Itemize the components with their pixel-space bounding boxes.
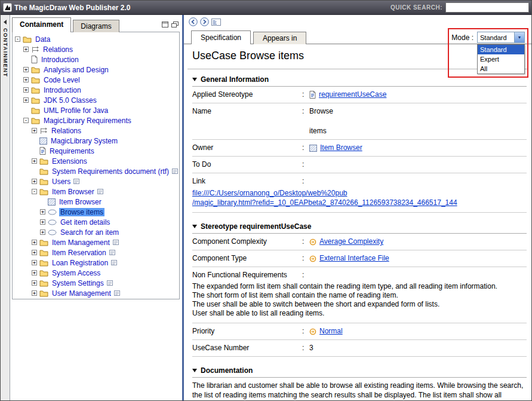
tree-item-label[interactable]: Get item details: [59, 218, 111, 226]
expand-icon[interactable]: +: [32, 128, 37, 133]
tree-item[interactable]: UML Profile for Java: [13, 105, 179, 115]
expand-icon[interactable]: +: [32, 280, 37, 286]
tree-item[interactable]: Item Browser: [13, 197, 179, 207]
tree-item-label[interactable]: Analysis and Design: [42, 66, 110, 74]
expand-icon[interactable]: +: [23, 67, 29, 72]
tree-item[interactable]: +Code Level: [13, 75, 179, 85]
tree-item-label[interactable]: Introduction: [40, 56, 80, 64]
tree-item-label[interactable]: Search for an item: [59, 228, 120, 237]
section-header[interactable]: Stereotype requirementUseCase: [192, 221, 527, 234]
collapse-icon[interactable]: -: [15, 36, 20, 42]
tab-containment[interactable]: Containment: [12, 17, 71, 32]
tree-item-label[interactable]: Item Browser: [51, 188, 96, 196]
expand-icon[interactable]: +: [23, 97, 29, 103]
property-link[interactable]: External Interface File: [319, 254, 389, 262]
tree-item[interactable]: System Requirements document (rtf): [13, 166, 179, 176]
back-icon[interactable]: [189, 17, 198, 26]
tree-item-label[interactable]: Extensions: [51, 157, 88, 166]
forward-icon[interactable]: [200, 17, 209, 26]
property-link[interactable]: requirementUseCase: [319, 90, 386, 99]
locate-in-tree-icon[interactable]: [211, 18, 221, 26]
tree-item[interactable]: +Relations: [13, 44, 179, 54]
expand-icon[interactable]: +: [32, 240, 37, 245]
mode-option[interactable]: Standard: [478, 45, 524, 54]
tree-item-label[interactable]: Introduction: [42, 86, 82, 94]
tree-item[interactable]: -Data: [13, 34, 179, 44]
tree-item-label[interactable]: System Settings: [51, 279, 105, 287]
containment-side-tab[interactable]: CONTAINMENT: [1, 15, 10, 400]
tree-item[interactable]: +System Settings: [13, 278, 179, 288]
expand-icon[interactable]: +: [32, 250, 37, 255]
expand-icon[interactable]: +: [40, 229, 45, 235]
tree-item-label[interactable]: Data: [34, 35, 51, 44]
tree-item-label[interactable]: Item Browser: [58, 198, 103, 206]
tree-item[interactable]: Requirements: [13, 146, 179, 156]
tree-item[interactable]: +User Management: [13, 288, 179, 298]
minimize-panel-icon[interactable]: [162, 22, 168, 27]
relations-icon: [31, 45, 39, 53]
tree-item-label[interactable]: MagicLibrary Requirements: [42, 117, 133, 125]
tree-item-label[interactable]: UML Profile for Java: [42, 106, 109, 115]
tree-item[interactable]: MagicLibrary System: [13, 136, 179, 146]
collapse-panel-icon[interactable]: [4, 20, 7, 25]
expand-icon[interactable]: +: [32, 290, 37, 296]
tree-item[interactable]: -MagicLibrary Requirements: [13, 115, 179, 125]
mode-option[interactable]: All: [478, 64, 524, 74]
tree-item-label[interactable]: Relations: [50, 127, 82, 135]
tree-item[interactable]: +Analysis and Design: [13, 65, 179, 75]
expand-icon[interactable]: +: [23, 47, 29, 52]
tree-item[interactable]: +Relations: [13, 125, 179, 136]
tree-item-label[interactable]: Item Management: [51, 238, 111, 247]
tree-item[interactable]: +Extensions: [13, 156, 179, 166]
mode-option[interactable]: Expert: [478, 54, 524, 64]
tree-item[interactable]: +Item Management: [13, 237, 179, 247]
tree-item-label[interactable]: Users: [51, 177, 72, 186]
tree-item[interactable]: +Browse items: [13, 207, 179, 217]
float-panel-icon[interactable]: [171, 22, 179, 27]
tree-item[interactable]: +Search for an item: [13, 227, 179, 237]
tree-item-label[interactable]: Relations: [42, 45, 74, 54]
tree-item-label[interactable]: Browse items: [59, 208, 104, 216]
tree-item-label[interactable]: Loan Registration: [51, 259, 109, 267]
tree-item-label[interactable]: User Management: [51, 289, 112, 298]
tree-item[interactable]: +JDK 5.0 Classes: [13, 95, 179, 105]
tree-item[interactable]: +System Access: [13, 268, 179, 278]
mode-dropdown-list: StandardExpertAll: [477, 44, 525, 74]
tab-appears-in[interactable]: Appears in: [253, 32, 306, 44]
expand-icon[interactable]: +: [32, 179, 37, 184]
tree-item[interactable]: +Get item details: [13, 217, 179, 227]
tree-item-label[interactable]: JDK 5.0 Classes: [42, 96, 98, 105]
tree-item-label[interactable]: Code Level: [42, 76, 81, 84]
property-link[interactable]: /magic_library.html?refid=_10_0EAPbeta2_…: [192, 198, 527, 207]
expand-icon[interactable]: +: [32, 260, 37, 265]
property-link[interactable]: Average Complexity: [319, 237, 383, 246]
tree-item-label[interactable]: MagicLibrary System: [50, 137, 119, 145]
tree-item-label[interactable]: System Access: [51, 269, 102, 277]
expand-icon[interactable]: +: [23, 87, 29, 93]
tree-item[interactable]: +Introduction: [13, 85, 179, 95]
expand-icon[interactable]: +: [32, 270, 37, 276]
property-link[interactable]: file:///C:/Users/ornanong_o/Desktop/web%…: [192, 188, 527, 198]
tree-item-label[interactable]: Requirements: [48, 147, 96, 155]
tree-item[interactable]: +Users: [13, 176, 179, 186]
tree-item[interactable]: Introduction: [13, 54, 179, 65]
expand-icon[interactable]: +: [23, 77, 29, 82]
tree-item[interactable]: +Loan Registration: [13, 258, 179, 268]
expand-icon[interactable]: +: [40, 219, 45, 225]
tree-item-label[interactable]: Item Reservation: [51, 249, 107, 257]
mode-dropdown[interactable]: Standard ▼: [477, 32, 525, 43]
expand-icon[interactable]: +: [32, 158, 37, 164]
property-link[interactable]: Normal: [319, 327, 343, 335]
tree-item-label[interactable]: System Requirements document (rtf): [51, 167, 170, 176]
section-header[interactable]: Documentation: [192, 365, 527, 378]
collapse-icon[interactable]: -: [23, 118, 29, 123]
tab-diagrams[interactable]: Diagrams: [73, 20, 119, 32]
chevron-down-icon[interactable]: ▼: [514, 32, 524, 42]
quick-search-input[interactable]: [445, 2, 529, 13]
tab-specification[interactable]: Specification: [191, 30, 251, 44]
tree-item[interactable]: -Item Browser: [13, 186, 179, 197]
collapse-icon[interactable]: -: [32, 189, 37, 194]
property-link[interactable]: Item Browser: [320, 143, 362, 152]
tree-item[interactable]: +Item Reservation: [13, 247, 179, 258]
expand-icon[interactable]: +: [40, 209, 45, 215]
